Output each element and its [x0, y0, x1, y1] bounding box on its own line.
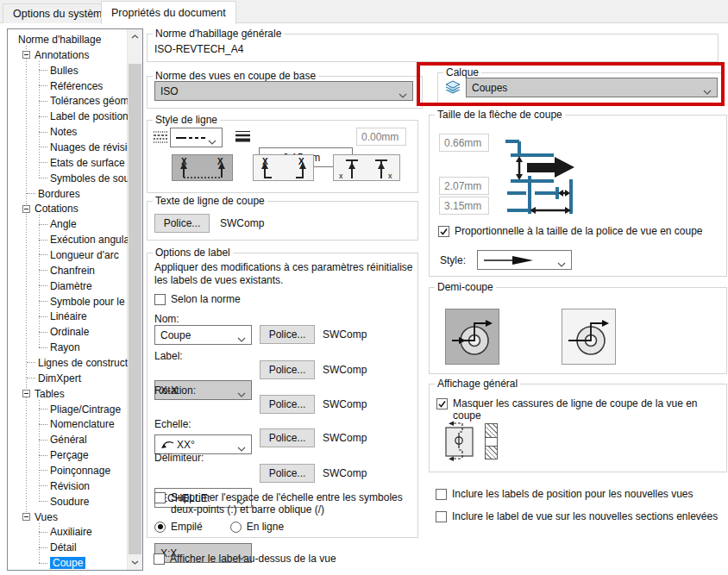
tree-item[interactable]: Tolérances géom [8, 93, 128, 109]
tree-item[interactable]: Références [8, 78, 128, 94]
checkbox-unchecked-icon[interactable] [436, 489, 447, 500]
name-value: Coupe [160, 329, 191, 341]
layer-dropdown[interactable]: Coupes [466, 78, 718, 97]
scrollbar-thumb[interactable] [129, 64, 141, 554]
remove-scale-space-checkbox[interactable]: Supprimer l'espace de l'échelle entre le… [154, 491, 403, 516]
tree-connector [39, 132, 47, 133]
layer-value: Coupes [472, 82, 507, 94]
tree-item[interactable]: Label de position [8, 109, 128, 124]
include-location-labels-checkbox[interactable]: Inclure les labels de position pour les … [436, 488, 693, 500]
tree-item[interactable]: Auxiliaire [8, 525, 128, 541]
section-end-style-connected-button[interactable]: X X [172, 154, 233, 181]
tree-item[interactable]: Longueur d'arc [8, 247, 128, 263]
tree-item[interactable]: Lignes de constructi [8, 355, 128, 371]
arrow-size-input-2[interactable]: 2.07mm [439, 177, 489, 195]
checkbox-unchecked-icon[interactable] [154, 492, 166, 503]
tree-connector [39, 285, 47, 286]
tree-collapse-icon[interactable] [22, 205, 30, 213]
tree-item-label: Linéaire [50, 310, 87, 322]
tree-collapse-icon[interactable] [22, 51, 30, 59]
tree-item[interactable]: Nuages de révisio [8, 140, 128, 155]
font-button[interactable]: Police... [260, 360, 315, 379]
general-standard-value: ISO-REVTECH_A4 [154, 43, 243, 55]
radio-unselected-icon[interactable] [230, 522, 242, 533]
per-standard-checkbox[interactable]: Selon la norme [154, 293, 241, 305]
tree-item-label: Références [50, 80, 103, 92]
font-button[interactable]: Police... [260, 395, 315, 414]
tree-item[interactable]: Ordinale [8, 324, 128, 340]
tree-item-label: Tables [35, 388, 65, 400]
font-button[interactable]: Police... [260, 428, 315, 447]
tree-item[interactable]: Norme d'habillage [8, 32, 128, 47]
tree-item[interactable]: Cotations [8, 201, 128, 216]
tree-item[interactable]: Bordures [8, 186, 128, 202]
tree-item[interactable]: Symbole pour le [8, 294, 128, 309]
tree-item-label: Symboles de sou [50, 172, 128, 184]
tree-item[interactable]: Détail [8, 540, 128, 555]
tree-item[interactable]: Coupe [8, 555, 128, 570]
tree-item[interactable]: Angle [8, 216, 128, 232]
tree-collapse-icon[interactable] [22, 390, 30, 397]
tree-item[interactable]: Général [8, 432, 128, 447]
tree-item[interactable]: Rayon [8, 340, 128, 355]
name-dropdown[interactable]: Coupe [154, 325, 252, 345]
half-section-arrow-in-button[interactable] [445, 309, 499, 365]
tree-item[interactable]: Linéaire [8, 309, 128, 324]
checkbox-checked-icon[interactable] [438, 226, 449, 237]
custom-thickness-input[interactable]: 0.00mm [356, 128, 406, 146]
tree-scrollbar[interactable] [127, 29, 142, 570]
checkbox-unchecked-icon[interactable] [154, 294, 166, 305]
section-end-style-perpendicular-button[interactable]: x x [333, 154, 400, 181]
section-end-style-corners-button[interactable]: X X [253, 154, 314, 181]
tree-item[interactable]: Chanfrein [8, 263, 128, 278]
inline-radio[interactable]: En ligne [230, 521, 284, 533]
tree-item[interactable]: Nomenclature [8, 416, 128, 432]
tree-item[interactable]: Révision [8, 478, 128, 494]
proportional-checkbox[interactable]: Proportionnelle à la taille de la police… [438, 225, 703, 237]
tree-item[interactable]: Etats de surface [8, 155, 128, 171]
tree-item[interactable]: Poinçonnage [8, 463, 128, 478]
tree-item-label: Nuages de révisio [50, 141, 128, 153]
tree-item[interactable]: Pliage/Cintrage [8, 402, 128, 417]
scroll-up-icon[interactable] [128, 29, 142, 44]
font-button[interactable]: Police... [154, 214, 210, 233]
font-name-label: SWComp [323, 325, 367, 344]
checkbox-checked-icon[interactable] [436, 398, 448, 409]
tab-document-properties[interactable]: Propriétés du document [101, 1, 236, 24]
tree-item[interactable]: Bulles [8, 63, 128, 78]
tree-collapse-icon[interactable] [22, 513, 30, 521]
font-button[interactable]: Police... [260, 464, 315, 483]
radio-selected-icon[interactable] [154, 522, 166, 533]
tree-item[interactable]: Notes [8, 124, 128, 140]
settings-tree: Norme d'habillageAnnotationsBullesRéfére… [8, 29, 128, 570]
hide-breaks-checkbox[interactable]: Masquer les cassures de ligne de coupe d… [436, 397, 726, 422]
tree-item-label: Cotations [35, 203, 78, 215]
tree-item[interactable]: Symboles de sou [8, 171, 128, 186]
include-view-label-checkbox[interactable]: Inclure le label de vue sur les nouvelle… [436, 510, 718, 522]
arrow-style-dropdown[interactable] [477, 250, 572, 270]
base-standard-dropdown[interactable]: ISO [154, 81, 413, 101]
half-section-icon [568, 316, 611, 359]
tree-item[interactable]: Exécution angula [8, 232, 128, 247]
line-pattern-dropdown[interactable] [170, 128, 223, 147]
half-section-plain-button[interactable] [562, 309, 616, 365]
tree-item[interactable]: DimXpert [8, 371, 128, 386]
show-label-above-checkbox[interactable]: Afficher le label au-dessus de la vue [154, 553, 336, 565]
tree-item[interactable]: Soudure [8, 494, 128, 509]
checkbox-unchecked-icon[interactable] [154, 553, 165, 565]
tree-item[interactable]: Annotations [8, 47, 128, 63]
tree-item[interactable]: Diamètre [8, 278, 128, 294]
svg-text:x: x [388, 172, 392, 180]
broken-section-preview-icon [485, 423, 498, 459]
font-button[interactable]: Police... [260, 325, 315, 344]
checkbox-unchecked-icon[interactable] [436, 511, 447, 522]
tree-item[interactable]: Tables [8, 386, 128, 402]
tree-item[interactable]: Vues [8, 509, 128, 525]
show-label-above-label: Afficher le label au-dessus de la vue [170, 553, 336, 565]
tree-item[interactable]: Perçage [8, 447, 128, 463]
arrow-size-input-3[interactable]: 3.15mm [439, 197, 489, 215]
stacked-radio[interactable]: Empilé [154, 521, 203, 533]
arrow-size-input-1[interactable]: 0.66mm [439, 134, 489, 152]
tree-connector [39, 301, 47, 302]
scroll-down-icon[interactable] [128, 555, 142, 570]
